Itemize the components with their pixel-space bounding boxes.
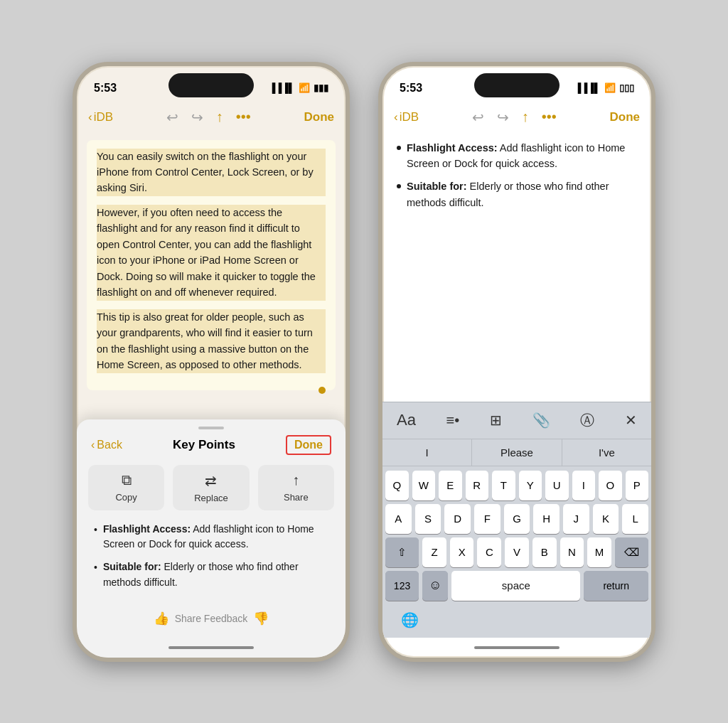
undo-icon-left[interactable]: ↩ [166,109,178,126]
attachment-icon[interactable]: 📎 [530,409,553,432]
more-icon-right[interactable]: ••• [542,109,557,125]
predictive-item-1[interactable]: I [382,439,472,466]
bullet-dot-2-right [397,184,401,188]
key-f[interactable]: F [474,504,500,534]
status-icons-left: ▐▐▐▌ 📶 ▮▮▮ [269,82,328,93]
home-indicator-right [382,638,651,658]
share-icon-left[interactable]: ↑ [216,109,223,125]
predictive-item-3[interactable]: I've [562,439,651,466]
bullet-text-1-right: Flashlight Access: Add flashlight icon t… [407,140,637,172]
key-w[interactable]: W [412,471,436,500]
replace-button[interactable]: ⇄ Replace [173,465,249,510]
key-space[interactable]: space [451,571,580,601]
back-button-right[interactable]: ‹ iDB [394,110,419,124]
share-action-label: Share [284,492,309,503]
bottom-sheet: ‹ Back Key Points Done ⧉ Copy ⇄ [77,419,346,658]
key-return[interactable]: return [584,571,648,601]
share-action-button[interactable]: ↑ Share [258,465,334,510]
key-emoji[interactable]: ☺ [422,571,448,601]
key-shift[interactable]: ⇧ [385,537,419,567]
key-d[interactable]: D [444,504,471,534]
note-paragraph-2: However, if you often need to access the… [97,205,326,301]
key-r[interactable]: R [466,471,489,500]
back-label-left: iDB [94,110,113,124]
font-size-icon[interactable]: Aa [394,408,419,432]
predictive-bar: I Please I've [382,439,651,466]
key-i[interactable]: I [572,471,596,500]
key-row-2: A S D F G H J K L [385,504,648,534]
globe-row: 🌐 [382,606,651,638]
thumbs-up-icon[interactable]: 👍 [154,611,169,626]
keypoint-text-2: Suitable for: Elderly or those who find … [103,559,331,590]
signal-icon-right: ▐▐▐▌ [574,82,601,93]
left-phone: 5:53 ▐▐▐▌ 📶 ▮▮▮ ‹ iDB ↩ ↪ ↑ ••• [73,62,350,662]
key-p[interactable]: P [626,471,649,500]
key-h[interactable]: H [533,504,560,534]
key-b[interactable]: B [532,537,557,567]
home-bar-left [168,646,254,649]
key-g[interactable]: G [504,504,530,534]
key-a[interactable]: A [385,504,412,534]
done-button-right[interactable]: Done [610,110,641,124]
feedback-label[interactable]: Share Feedback [175,613,248,624]
keypoint-item-1: • Flashlight Access: Add flashlight icon… [94,522,331,552]
key-s[interactable]: S [415,504,441,534]
back-button-left[interactable]: ‹ iDB [88,110,113,124]
sheet-done-button[interactable]: Done [286,435,331,455]
key-n[interactable]: N [560,537,584,567]
nav-bar-left: ‹ iDB ↩ ↪ ↑ ••• Done [77,103,346,134]
share-action-icon: ↑ [292,472,299,488]
dynamic-island-left [168,73,254,97]
key-123[interactable]: 123 [385,571,419,601]
battery-icon-left: ▮▮▮ [314,82,328,93]
sheet-back-button[interactable]: ‹ Back [91,439,122,451]
key-row-1: Q W E R T Y U I O P [385,471,648,500]
list-icon[interactable]: ≡• [444,409,463,432]
signal-icon-left: ▐▐▐▌ [269,82,295,93]
keyboard-area: Q W E R T Y U I O P A S D F G H [382,466,651,606]
keypoints-list: • Flashlight Access: Add flashlight icon… [77,519,346,605]
key-e[interactable]: E [439,471,462,500]
sheet-header: ‹ Back Key Points Done [77,429,346,462]
key-j[interactable]: J [563,504,589,534]
nav-icons-right: ↩ ↪ ↑ ••• [472,109,557,126]
close-keyboard-icon[interactable]: ✕ [622,409,640,432]
key-z[interactable]: Z [422,537,446,567]
key-o[interactable]: O [599,471,622,500]
key-c[interactable]: C [477,537,501,567]
globe-icon[interactable]: 🌐 [394,609,426,631]
share-icon-right[interactable]: ↑ [522,109,529,125]
done-button-left[interactable]: Done [304,110,335,124]
battery-icon-right: ▯▯▯ [619,82,634,93]
key-u[interactable]: U [545,471,569,500]
home-indicator-left [77,638,346,658]
key-delete[interactable]: ⌫ [615,537,648,567]
key-t[interactable]: T [492,471,515,500]
thumbs-down-icon[interactable]: 👎 [253,611,269,626]
wifi-icon-right: 📶 [604,82,616,93]
redo-icon-right[interactable]: ↪ [497,109,509,126]
circle-a-icon[interactable]: Ⓐ [577,408,597,433]
copy-button[interactable]: ⧉ Copy [88,465,164,510]
predictive-item-2[interactable]: Please [472,439,562,466]
copy-icon: ⧉ [122,472,132,488]
bullet-item-1-right: Flashlight Access: Add flashlight icon t… [397,140,637,172]
bullet-dot-1-right [397,146,401,150]
more-icon-left[interactable]: ••• [236,109,251,125]
key-k[interactable]: K [593,504,619,534]
note-paragraph-1: You can easily switch on the flashlight … [97,149,326,196]
replace-icon: ⇄ [205,472,217,489]
table-icon[interactable]: ⊞ [487,409,505,432]
time-right: 5:53 [400,82,422,95]
status-icons-right: ▐▐▐▌ 📶 ▯▯▯ [574,82,634,93]
key-v[interactable]: V [505,537,529,567]
key-y[interactable]: Y [519,471,542,500]
undo-icon-right[interactable]: ↩ [472,109,484,126]
nav-bar-right: ‹ iDB ↩ ↪ ↑ ••• Done [382,103,651,134]
key-x[interactable]: X [450,537,474,567]
key-l[interactable]: L [622,504,648,534]
bullet-item-2-right: Suitable for: Elderly or those who find … [397,178,637,210]
key-q[interactable]: Q [385,471,409,500]
key-m[interactable]: M [587,537,611,567]
redo-icon-left[interactable]: ↪ [191,109,203,126]
